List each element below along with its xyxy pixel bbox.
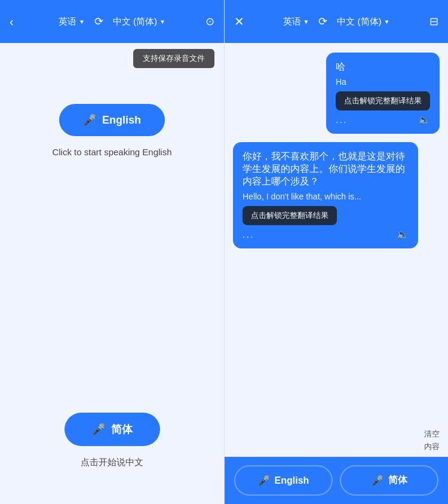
right-lang1-label: 英语 <box>283 16 301 27</box>
english-speak-section: 🎤 English Click to start speaking Englis… <box>52 104 171 157</box>
bottom-mic-icon-chinese: 🎤 <box>372 475 383 486</box>
tooltip-bar: 支持保存录音文件 <box>133 49 214 68</box>
message-1-chinese: 哈 <box>336 61 430 73</box>
left-panel: ‹ 英语 ▼ ⟳ 中文 (简体) ▼ ⊙ 支持保存录音文件 🎤 English … <box>0 0 224 504</box>
message-bubble-2: 你好，我不喜欢那个，也就是这是对待学生发展的内容上。你们说学生发展的内容上哪个涉… <box>233 142 418 248</box>
right-settings-icon[interactable]: ⊟ <box>429 15 438 28</box>
unlock-button-1[interactable]: 点击解锁完整翻译结果 <box>336 91 430 110</box>
bottom-mic-icon-english: 🎤 <box>258 475 270 486</box>
left-lang2-label: 中文 (简体) <box>113 16 157 27</box>
mic-icon-chinese: 🎤 <box>92 423 105 436</box>
right-panel: ✕ 英语 ▼ ⟳ 中文 (简体) ▼ ⊟ 哈 Ha 点击解锁完整翻译结果 ...… <box>224 0 448 504</box>
bottom-english-button[interactable]: 🎤 English <box>234 465 333 496</box>
clear-area: 清空内容 <box>225 425 448 457</box>
right-header: ✕ 英语 ▼ ⟳ 中文 (简体) ▼ ⊟ <box>225 0 448 43</box>
volume-icon-2[interactable]: 🔈 <box>397 229 409 240</box>
right-swap-icon[interactable]: ⟳ <box>318 15 327 28</box>
message-2-english: Hello, I don't like that, which is... <box>243 192 409 201</box>
left-swap-icon[interactable]: ⟳ <box>94 15 103 28</box>
right-lang1-arrow: ▼ <box>303 19 309 25</box>
left-settings-icon[interactable]: ⊙ <box>205 15 214 28</box>
english-speak-button[interactable]: 🎤 English <box>59 104 165 136</box>
message-bubble-1: 哈 Ha 点击解锁完整翻译结果 ... 🔈 <box>326 53 440 134</box>
close-button[interactable]: ✕ <box>234 14 244 29</box>
right-lang2-label: 中文 (简体) <box>337 16 381 27</box>
bottom-english-label: English <box>275 475 309 486</box>
left-lang2-arrow: ▼ <box>159 19 165 25</box>
chinese-speak-button[interactable]: 🎤 简体 <box>65 413 160 446</box>
left-lang2-selector[interactable]: 中文 (简体) ▼ <box>113 16 165 27</box>
chinese-speak-hint: 点击开始说中文 <box>81 457 143 468</box>
chinese-btn-label: 简体 <box>111 422 133 437</box>
message-2-footer: ... 🔈 <box>243 229 409 240</box>
right-lang2-arrow: ▼ <box>384 19 390 25</box>
back-button[interactable]: ‹ <box>10 15 14 29</box>
right-lang1-selector[interactable]: 英语 ▼ <box>283 16 309 27</box>
bottom-bar: 🎤 English 🎤 简体 <box>225 457 448 504</box>
message-2-dots: ... <box>243 229 254 240</box>
clear-button[interactable]: 清空内容 <box>424 429 440 451</box>
message-1-dots: ... <box>336 115 347 125</box>
message-1-english: Ha <box>336 77 430 87</box>
left-content: 🎤 English Click to start speaking Englis… <box>0 68 224 504</box>
chat-area: 哈 Ha 点击解锁完整翻译结果 ... 🔈 你好，我不喜欢那个，也就是这是对待学… <box>225 43 448 425</box>
left-lang1-label: 英语 <box>59 16 76 27</box>
left-header: ‹ 英语 ▼ ⟳ 中文 (简体) ▼ ⊙ <box>0 0 224 43</box>
volume-icon-1[interactable]: 🔈 <box>418 114 430 125</box>
message-1-footer: ... 🔈 <box>336 114 430 125</box>
right-lang2-selector[interactable]: 中文 (简体) ▼ <box>337 16 389 27</box>
left-lang1-arrow: ▼ <box>79 19 85 25</box>
english-btn-label: English <box>102 114 141 127</box>
bottom-chinese-label: 简体 <box>388 474 407 487</box>
bottom-chinese-button[interactable]: 🎤 简体 <box>340 465 438 496</box>
chinese-speak-section: 🎤 简体 点击开始说中文 <box>65 413 160 468</box>
unlock-button-2[interactable]: 点击解锁完整翻译结果 <box>243 206 337 225</box>
mic-icon-english: 🎤 <box>83 113 96 127</box>
left-lang1-selector[interactable]: 英语 ▼ <box>59 16 85 27</box>
english-speak-hint: Click to start speaking English <box>52 147 171 157</box>
message-2-chinese: 你好，我不喜欢那个，也就是这是对待学生发展的内容上。你们说学生发展的内容上哪个涉… <box>243 150 409 188</box>
